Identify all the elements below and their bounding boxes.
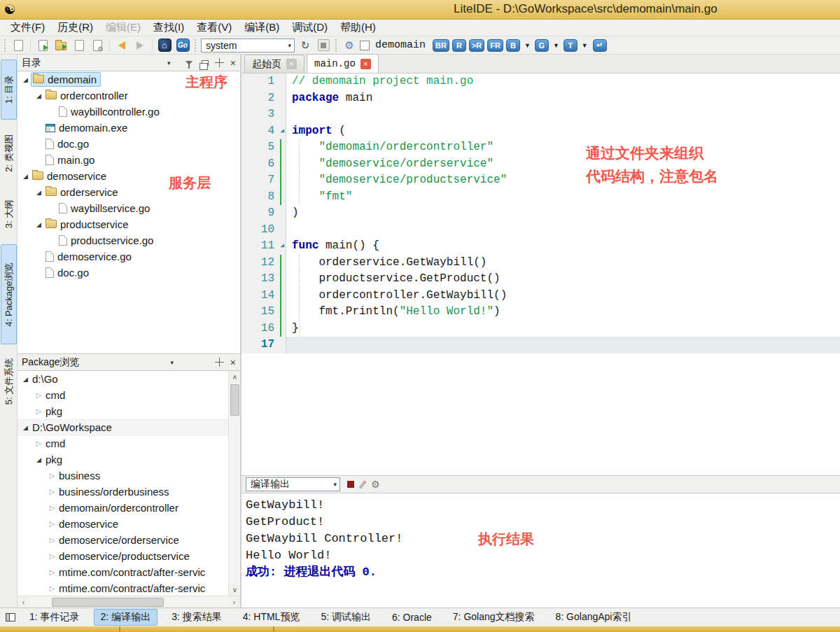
- code-line[interactable]: 8 "fmt": [241, 189, 840, 206]
- code-editor[interactable]: 1// demomain project main.go2package mai…: [241, 73, 840, 476]
- stop-action-button[interactable]: [316, 38, 331, 53]
- tree-expander-icon[interactable]: ▷: [34, 391, 44, 399]
- tree-item[interactable]: doc.go: [18, 265, 240, 281]
- code-line[interactable]: 4import (: [241, 123, 840, 140]
- dropdown-arrow-icon[interactable]: ▼: [524, 42, 531, 49]
- scrollbar-track[interactable]: [29, 596, 228, 608]
- tree-item[interactable]: waybillcontroller.go: [18, 104, 240, 120]
- run-button-r[interactable]: >R: [469, 39, 484, 52]
- filter-icon[interactable]: [186, 61, 192, 65]
- package-panel-selector[interactable]: Package浏览 ▾: [22, 356, 174, 369]
- side-tab-3[interactable]: 3: 大纲: [1, 187, 17, 241]
- code-line[interactable]: 13 productservice.GetProduct(): [241, 271, 840, 288]
- tree-item[interactable]: demomain.exe: [18, 120, 240, 136]
- menu-item[interactable]: 查找(I): [147, 20, 190, 36]
- cascade-windows-icon[interactable]: [202, 60, 209, 66]
- close-tab-icon[interactable]: ×: [286, 59, 297, 69]
- tree-expander-icon[interactable]: ▷: [34, 407, 44, 415]
- tree-item[interactable]: ▷mtime.com/contract/after-servic: [18, 580, 228, 596]
- tree-expander-icon[interactable]: ▷: [47, 504, 57, 512]
- tree-item[interactable]: ▷demoservice/productservice: [18, 548, 228, 564]
- menu-item[interactable]: 编辑(E): [99, 20, 147, 36]
- move-panel-icon[interactable]: [215, 358, 224, 367]
- menu-item[interactable]: 帮助(H): [334, 20, 382, 36]
- output-selector[interactable]: 编译输出 ▾: [246, 477, 340, 491]
- tree-expander-icon[interactable]: ◢: [20, 376, 31, 383]
- output-settings-gear-icon[interactable]: ⚙: [371, 479, 380, 489]
- tree-item[interactable]: ◢D:\GoWorkspace: [18, 419, 228, 435]
- run-button-g[interactable]: G: [535, 39, 549, 52]
- side-tab-1[interactable]: 1: 目录: [1, 59, 17, 120]
- menu-item[interactable]: 调试(D): [286, 20, 334, 36]
- tree-expander-icon[interactable]: ◢: [34, 92, 44, 99]
- statusbar-tab[interactable]: 4: HTML预览: [236, 609, 307, 626]
- tree-item[interactable]: ▷business: [18, 468, 228, 484]
- code-line[interactable]: 12 orderservice.GetWaybill(): [241, 255, 840, 272]
- stop-process-icon[interactable]: [347, 481, 354, 488]
- tree-item[interactable]: main.go: [18, 152, 240, 168]
- code-line[interactable]: 15 fmt.Println("Hello World!"): [241, 304, 840, 321]
- edit-pencil-icon[interactable]: [358, 480, 366, 489]
- tree-expander-icon[interactable]: ◢: [34, 456, 44, 463]
- tree-expander-icon[interactable]: ◢: [20, 76, 31, 83]
- code-line[interactable]: 11func main() {: [241, 238, 840, 255]
- run-button-b[interactable]: B: [506, 39, 520, 52]
- move-panel-icon[interactable]: [215, 58, 224, 67]
- statusbar-tab[interactable]: 8: GolangApi索引: [549, 609, 639, 626]
- scroll-down-button[interactable]: ∨: [229, 584, 240, 596]
- code-line[interactable]: 7 "demoservice/productservice": [241, 172, 840, 189]
- open-file-button[interactable]: [35, 38, 50, 53]
- tree-item[interactable]: doc.go: [18, 136, 240, 152]
- close-tab-icon[interactable]: ×: [360, 59, 371, 69]
- code-line[interactable]: 2package main: [241, 90, 840, 107]
- tree-item[interactable]: demoservice.go: [18, 248, 240, 265]
- tree-expander-icon[interactable]: ▷: [47, 568, 57, 576]
- scroll-right-button[interactable]: ›: [228, 596, 240, 608]
- save-button[interactable]: [71, 38, 87, 53]
- forward-button[interactable]: [132, 38, 148, 53]
- tree-item[interactable]: ◢productservice: [18, 216, 240, 232]
- reload-env-button[interactable]: ↻: [298, 38, 313, 53]
- tree-item[interactable]: ▷pkg: [18, 403, 228, 419]
- app-yinyang-icon[interactable]: ☯: [2, 2, 18, 17]
- run-button-fr[interactable]: FR: [487, 39, 503, 52]
- godoc-button[interactable]: Go: [175, 38, 190, 53]
- tree-expander-icon[interactable]: ▷: [47, 472, 57, 479]
- statusbar-tab[interactable]: 2: 编译输出: [94, 609, 158, 626]
- new-file-button[interactable]: [10, 38, 26, 53]
- tree-expander-icon[interactable]: ◢: [20, 173, 31, 180]
- save-all-button[interactable]: ⚙: [90, 38, 105, 53]
- editor-tab-main.go[interactable]: main.go×: [307, 54, 379, 73]
- run-button-br[interactable]: BR: [433, 39, 449, 52]
- tree-expander-icon[interactable]: ◢: [34, 221, 44, 228]
- side-tab-2[interactable]: 2: 类视图: [1, 122, 17, 184]
- statusbar-tab[interactable]: 5: 调试输出: [314, 609, 378, 626]
- toggle-panel-icon[interactable]: [6, 613, 15, 622]
- tree-item[interactable]: ◢d:\Go: [18, 371, 228, 387]
- menu-item[interactable]: 文件(F): [4, 20, 51, 36]
- scrollbar-track[interactable]: [229, 383, 240, 584]
- tree-item[interactable]: ▷demoservice: [18, 516, 228, 532]
- back-button[interactable]: [114, 38, 130, 53]
- directory-panel-selector[interactable]: 目录 ▾: [22, 57, 171, 69]
- scroll-up-button[interactable]: ∧: [229, 371, 240, 383]
- tree-expander-icon[interactable]: ▷: [34, 440, 44, 447]
- build-config-button[interactable]: ⚙: [342, 38, 357, 53]
- dropdown-arrow-icon[interactable]: ▼: [582, 42, 588, 49]
- scrollbar-thumb[interactable]: [230, 384, 239, 416]
- code-line[interactable]: 9): [241, 205, 840, 222]
- tree-item[interactable]: waybillservice.go: [18, 200, 240, 216]
- tree-item[interactable]: ▷business/orderbusiness: [18, 484, 228, 500]
- open-folder-button[interactable]: [53, 38, 69, 53]
- statusbar-tab[interactable]: 3: 搜索结果: [164, 609, 229, 626]
- tree-expander-icon[interactable]: ◢: [20, 424, 31, 431]
- tree-expander-icon[interactable]: ◢: [34, 189, 44, 196]
- menu-item[interactable]: 历史(R): [51, 20, 99, 36]
- tree-item[interactable]: ▷cmd: [18, 435, 228, 451]
- side-tab-4[interactable]: 4: Package浏览: [1, 244, 17, 344]
- statusbar-tab[interactable]: 7: Golang文档搜索: [446, 609, 542, 626]
- tree-expander-icon[interactable]: ▷: [47, 536, 57, 544]
- code-line[interactable]: 10: [241, 222, 840, 239]
- tree-expander-icon[interactable]: ▷: [47, 520, 57, 528]
- statusbar-tab[interactable]: 1: 事件记录: [22, 609, 87, 626]
